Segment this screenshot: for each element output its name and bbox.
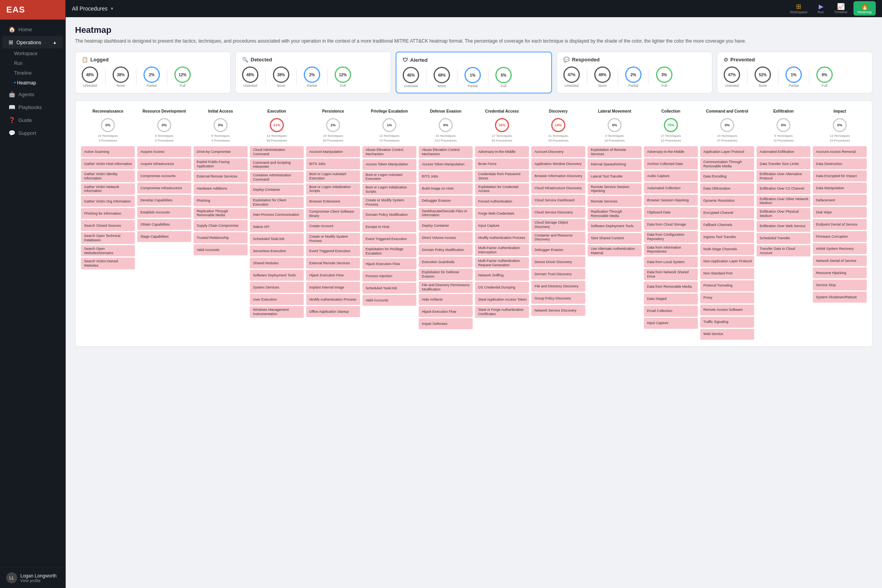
sidebar-item-support[interactable]: 💬 Support xyxy=(2,127,63,139)
technique-cell[interactable]: Acquire Access xyxy=(137,146,191,157)
technique-cell[interactable]: Gather Victim Network Information xyxy=(81,183,135,195)
technique-cell[interactable]: Use Alternate Authentication Material xyxy=(588,245,642,257)
technique-cell[interactable]: External Remote Services xyxy=(194,171,247,182)
technique-cell[interactable]: Protocol Tunneling xyxy=(700,280,754,291)
technique-cell[interactable]: File and Directory Permissions Modificat… xyxy=(419,281,473,293)
technique-cell[interactable]: Device Driver Discovery xyxy=(531,256,585,267)
technique-cell[interactable]: Search Victim-Owned Websites xyxy=(81,258,135,269)
technique-cell[interactable]: Escape to Host xyxy=(362,221,416,232)
technique-cell[interactable]: Account Discovery xyxy=(531,146,585,157)
technique-cell[interactable]: Drive-by Compromise xyxy=(194,146,247,157)
technique-cell[interactable]: Compromise Client Software Binary xyxy=(306,208,360,220)
technique-cell[interactable]: Gather Victim Identity Information xyxy=(81,170,135,182)
technique-cell[interactable]: Debugger Evasion xyxy=(531,244,585,255)
technique-cell[interactable]: Data Transfer Size Limits xyxy=(757,158,810,169)
sidebar-item-run[interactable]: Run xyxy=(11,59,65,68)
technique-cell[interactable]: Cloud Service Dashboard xyxy=(531,195,585,206)
technique-cell[interactable]: Multi-Factor Authentication Interception xyxy=(475,244,529,256)
technique-cell[interactable]: Create or Modify System Process xyxy=(362,197,416,208)
technique-cell[interactable]: Gather Victim Org Information xyxy=(81,196,135,207)
technique-cell[interactable]: Boot or Logon Initialization Scripts xyxy=(306,183,360,195)
technique-cell[interactable]: Browser Extensions xyxy=(306,196,360,207)
technique-cell[interactable]: Exfiltration Over Web Service xyxy=(757,221,810,232)
technique-cell[interactable]: Boot or Logon Autostart Execution xyxy=(306,170,360,182)
technique-cell[interactable]: Data from Configuration Repository xyxy=(644,231,698,243)
technique-cell[interactable]: Service Stop xyxy=(813,280,867,290)
technique-cell[interactable]: Exploitation for Defense Evasion xyxy=(419,269,473,280)
technique-cell[interactable]: Domain Policy Modification xyxy=(362,209,416,220)
technique-cell[interactable]: Native API xyxy=(250,221,304,232)
technique-cell[interactable]: Email Collection xyxy=(644,306,698,317)
technique-cell[interactable]: Data Encrypted for Impact xyxy=(813,170,867,181)
technique-cell[interactable]: Network Service Discovery xyxy=(531,305,585,316)
technique-cell[interactable]: Boot or Logon Initialization Scripts xyxy=(362,184,416,195)
technique-cell[interactable]: Active Scanning xyxy=(81,146,135,157)
technique-cell[interactable]: Process Injection xyxy=(362,271,416,281)
technique-cell[interactable]: Data from Cloud Storage xyxy=(644,219,698,230)
technique-cell[interactable]: Group Policy Discovery xyxy=(531,293,585,304)
technique-cell[interactable]: Application Window Discovery xyxy=(531,158,585,169)
technique-cell[interactable]: User Execution xyxy=(250,294,304,305)
technique-cell[interactable]: Inhibit System Recovery xyxy=(813,243,867,254)
sidebar-item-heatmap[interactable]: Heatmap xyxy=(11,78,65,88)
technique-cell[interactable]: Automated Exfiltration xyxy=(757,146,810,157)
technique-cell[interactable]: Search Closed Sources xyxy=(81,220,135,231)
technique-cell[interactable]: Communication Through Removable Media xyxy=(700,158,754,170)
technique-cell[interactable]: Data Manipulation xyxy=(813,183,867,194)
technique-cell[interactable]: Traffic Signaling xyxy=(700,317,754,328)
technique-cell[interactable]: Browser Session Hijacking xyxy=(644,195,698,206)
technique-cell[interactable]: Serverless Execution xyxy=(250,246,304,256)
sidebar-item-guide[interactable]: ❓ Guide xyxy=(2,114,63,126)
technique-cell[interactable]: Exfiltration Over C2 Channel xyxy=(757,183,810,194)
technique-cell[interactable]: Software Deployment Tools xyxy=(250,270,304,281)
technique-cell[interactable]: Dynamic Resolution xyxy=(700,195,754,206)
technique-cell[interactable]: Build Image on Host xyxy=(419,183,473,194)
technique-cell[interactable]: Input Capture xyxy=(644,318,698,329)
technique-cell[interactable]: Data Obfuscation xyxy=(700,183,754,194)
technique-cell[interactable]: Office Application Startup xyxy=(306,306,360,317)
technique-cell[interactable]: Stage Capabilities xyxy=(137,231,191,242)
sidebar-item-agents[interactable]: 🤖 Agents xyxy=(2,88,63,100)
technique-cell[interactable]: Multi-Stage Channels xyxy=(700,244,754,255)
technique-cell[interactable]: Non-Application Layer Protocol xyxy=(700,256,754,267)
technique-cell[interactable]: Trusted Relationship xyxy=(194,232,247,243)
technique-cell[interactable]: Modify Authentication Process xyxy=(475,232,529,243)
technique-cell[interactable]: Deploy Container xyxy=(419,220,473,231)
technique-cell[interactable]: Scheduled Task/Job xyxy=(362,283,416,294)
technique-cell[interactable]: Credentials from Password Stores xyxy=(475,170,529,182)
technique-cell[interactable]: Data from Information Repositories xyxy=(644,244,698,256)
technique-cell[interactable]: Internal Spearphishing xyxy=(588,159,642,170)
technique-cell[interactable]: Valid Accounts xyxy=(194,244,247,255)
technique-cell[interactable]: Search Open Technical Databases xyxy=(81,232,135,244)
technique-cell[interactable]: Create Account xyxy=(306,221,360,232)
technique-cell[interactable]: Execution Guardrails xyxy=(419,256,473,267)
technique-cell[interactable]: Implant Internal Image xyxy=(306,282,360,293)
technique-cell[interactable]: Compromise Accounts xyxy=(137,170,191,181)
user-profile-link[interactable]: View profile xyxy=(20,579,57,583)
timeline-button[interactable]: 📈 Timeline xyxy=(830,1,852,16)
workspace-button[interactable]: ⊞ Workspace xyxy=(786,1,811,16)
technique-cell[interactable]: Scheduled Task/Job xyxy=(250,233,304,244)
technique-cell[interactable]: Boot or Logon Autostart Execution xyxy=(362,171,416,183)
technique-cell[interactable]: Non-Standard Port xyxy=(700,268,754,279)
technique-cell[interactable]: Ingress Tool Transfer xyxy=(700,232,754,243)
technique-cell[interactable]: Domain Trust Discovery xyxy=(531,269,585,280)
technique-cell[interactable]: Access Token Manipulation xyxy=(362,159,416,170)
technique-cell[interactable]: Hijack Execution Flow xyxy=(362,258,416,269)
technique-cell[interactable]: Establish Accounts xyxy=(137,207,191,218)
technique-cell[interactable]: Lateral Tool Transfer xyxy=(588,171,642,182)
technique-cell[interactable]: Modify Authentication Process xyxy=(306,294,360,305)
technique-cell[interactable]: Automated Collection xyxy=(644,183,698,194)
technique-cell[interactable]: Remote Service Session Hijacking xyxy=(588,183,642,195)
technique-cell[interactable]: Windows Management Instrumentation xyxy=(250,306,304,318)
technique-cell[interactable]: Endpoint Denial of Service xyxy=(813,219,867,230)
technique-cell[interactable]: Data Staged xyxy=(644,294,698,305)
sidebar-item-timeline[interactable]: Timeline xyxy=(11,68,65,78)
technique-cell[interactable]: Shared Modules xyxy=(250,258,304,269)
technique-cell[interactable]: Exfiltration Over Alternative Protocol xyxy=(757,170,810,182)
technique-cell[interactable]: Multi-Factor Authentication Request Gene… xyxy=(475,257,529,269)
technique-cell[interactable]: Audio Capture xyxy=(644,170,698,181)
technique-cell[interactable]: Cloud Service Discovery xyxy=(531,207,585,218)
technique-cell[interactable]: Application Layer Protocol xyxy=(700,146,754,157)
technique-cell[interactable]: Clipboard Data xyxy=(644,207,698,218)
